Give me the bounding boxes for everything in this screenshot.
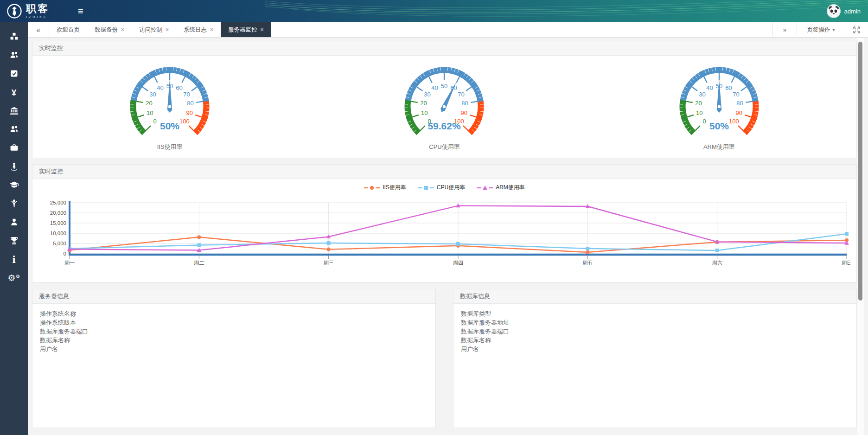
gauge-row: 010203040506070809010050%IIS使用率010203040…: [32, 56, 856, 158]
sidebar-item-10[interactable]: [0, 195, 28, 213]
briefcase-icon: [9, 143, 19, 154]
svg-text:90: 90: [461, 109, 467, 116]
tab-close-icon[interactable]: ×: [261, 26, 264, 33]
username-label[interactable]: admin: [844, 8, 861, 15]
gauge-CPU使用率: 010203040506070809010059.62%CPU使用率: [307, 61, 581, 151]
logo-text: 职客: [26, 4, 49, 14]
sidebar-item-1[interactable]: [0, 28, 28, 46]
graduation-cap-icon: [9, 180, 19, 192]
gauge-caption: IIS使用率: [157, 143, 183, 151]
svg-text:100: 100: [729, 118, 739, 125]
svg-text:80: 80: [736, 100, 743, 107]
database-info-line: 数据库名称: [461, 336, 849, 345]
svg-text:25,000: 25,000: [50, 200, 66, 205]
svg-text:周二: 周二: [194, 260, 204, 266]
svg-text:周三: 周三: [323, 260, 334, 266]
gauge-caption: ARM使用率: [703, 143, 735, 151]
sidebar-item-9[interactable]: [0, 176, 28, 195]
trophy-icon: [9, 236, 19, 247]
gauge-dial: 010203040506070809010059.62%: [391, 61, 498, 135]
tab-服务器监控[interactable]: 服务器监控×: [221, 22, 271, 37]
tab-数据备份[interactable]: 数据备份×: [87, 22, 132, 37]
legend-item-CPU使用率[interactable]: CPU使用率: [418, 184, 465, 192]
server-info-list: 操作系统名称操作系统版本数据库服务器端口数据库名称用户名: [32, 304, 435, 359]
database-info-line: 数据库类型: [461, 309, 849, 318]
line-chart-panel-title: 实时监控: [32, 165, 856, 179]
user-icon: [9, 217, 19, 229]
svg-text:50%: 50%: [160, 121, 179, 131]
tab-系统日志[interactable]: 系统日志×: [176, 22, 221, 37]
svg-text:30: 30: [699, 91, 705, 98]
tab-operations-dropdown[interactable]: 页签操作 ▾: [797, 22, 845, 37]
svg-text:周六: 周六: [712, 260, 723, 266]
sidebar-item-14[interactable]: ⚙⚙: [0, 269, 28, 288]
svg-text:周一: 周一: [64, 260, 75, 266]
server-info-line: 用户名: [40, 345, 428, 353]
sidebar-item-7[interactable]: [0, 139, 28, 158]
gauge-ARM使用率: 010203040506070809010050%ARM使用率: [582, 61, 856, 151]
sidebar-item-13[interactable]: i: [0, 250, 28, 269]
tab-bar: « 欢迎首页数据备份×访问控制×系统日志×服务器监控× » 页签操作 ▾: [28, 22, 868, 38]
sidebar-item-5[interactable]: [0, 102, 28, 121]
svg-text:90: 90: [186, 109, 193, 116]
svg-text:40: 40: [706, 84, 713, 91]
sidebar-item-6[interactable]: [0, 121, 28, 139]
sidebar-item-12[interactable]: [0, 232, 28, 250]
server-info-line: 操作系统版本: [40, 318, 428, 327]
legend-item-ARM使用率[interactable]: ARM使用率: [477, 184, 525, 192]
svg-text:周四: 周四: [453, 260, 464, 266]
scrollbar-thumb[interactable]: [858, 42, 862, 301]
sidebar-item-4[interactable]: ¥: [0, 83, 28, 102]
svg-text:周五: 周五: [582, 260, 593, 266]
tabs-scroll-right-icon[interactable]: »: [772, 22, 797, 37]
server-info-title: 服务器信息: [32, 289, 435, 304]
fullscreen-icon[interactable]: [845, 22, 868, 37]
gauge-panel-title: 实时监控: [32, 41, 856, 56]
line-chart: 05,00010,00015,00020,00025,000周一周二周三周四周五…: [32, 198, 856, 278]
legend-marker-triangle: [477, 185, 493, 191]
svg-text:10: 10: [696, 109, 702, 116]
svg-text:70: 70: [183, 91, 190, 98]
tab-close-icon[interactable]: ×: [121, 26, 124, 33]
yen-icon: ¥: [12, 88, 17, 97]
sidebar-item-8[interactable]: [0, 158, 28, 176]
gauge-caption: CPU使用率: [429, 143, 460, 151]
database-info-line: 数据库服务器地址: [461, 318, 849, 327]
svg-text:60: 60: [725, 84, 732, 91]
check-square-icon: [9, 69, 19, 80]
svg-text:5,000: 5,000: [53, 241, 66, 246]
legend-marker-square: [418, 185, 434, 191]
gears-icon: ⚙⚙: [8, 274, 20, 283]
svg-text:20: 20: [146, 100, 152, 107]
user-avatar[interactable]: [827, 4, 841, 18]
child-icon: [9, 198, 19, 210]
sidebar-item-3[interactable]: [0, 65, 28, 83]
legend-label: ARM使用率: [496, 184, 525, 192]
logo-subtext: IZHIKE: [26, 15, 49, 19]
svg-text:0: 0: [702, 118, 706, 125]
svg-text:20,000: 20,000: [50, 210, 66, 216]
users-icon: [9, 50, 19, 62]
line-chart-panel: 实时监控 IIS使用率CPU使用率ARM使用率 05,00010,00015,0…: [32, 164, 857, 283]
svg-text:15,000: 15,000: [50, 220, 66, 226]
legend-label: CPU使用率: [437, 184, 465, 192]
legend-label: IIS使用率: [383, 184, 406, 192]
tab-label: 访问控制: [139, 26, 162, 34]
legend-item-IIS使用率[interactable]: IIS使用率: [364, 184, 406, 192]
hamburger-menu-icon[interactable]: ≡: [78, 0, 83, 22]
tab-close-icon[interactable]: ×: [210, 26, 213, 33]
tab-欢迎首页[interactable]: 欢迎首页: [49, 22, 87, 37]
chart-legend: IIS使用率CPU使用率ARM使用率: [32, 184, 856, 192]
svg-text:30: 30: [150, 91, 156, 98]
gauge-dial: 010203040506070809010050%: [666, 61, 772, 135]
sidebar-item-11[interactable]: [0, 213, 28, 232]
tab-访问控制[interactable]: 访问控制×: [132, 22, 176, 37]
tab-close-icon[interactable]: ×: [166, 26, 169, 33]
svg-text:10: 10: [421, 109, 428, 116]
tab-operations-label: 页签操作: [807, 26, 830, 34]
sidebar-item-2[interactable]: [0, 46, 28, 65]
svg-text:70: 70: [458, 91, 465, 98]
tabs-scroll-left-icon[interactable]: «: [28, 22, 49, 37]
info-icon: i: [12, 255, 16, 265]
database-info-line: 用户名: [461, 345, 849, 353]
